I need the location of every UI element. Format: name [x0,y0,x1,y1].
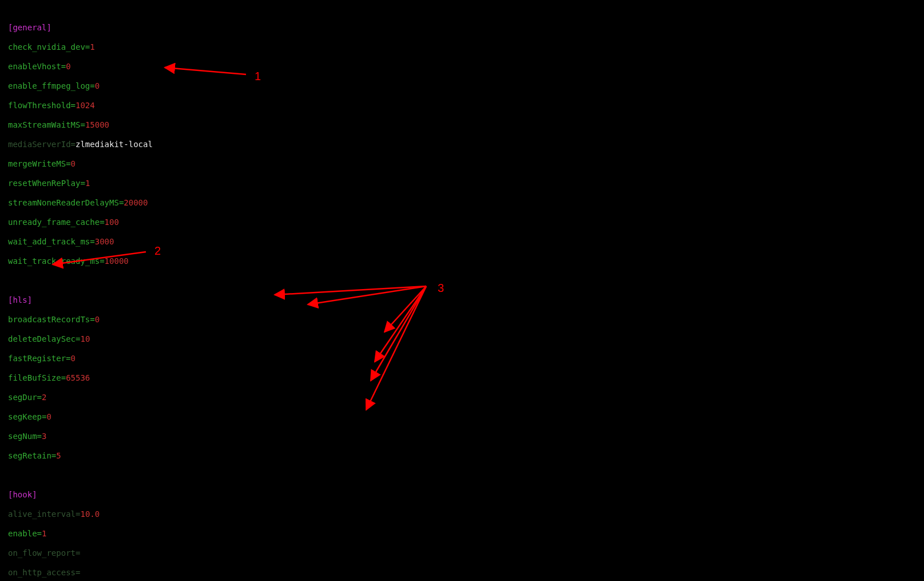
config-value: 10000 [105,256,129,266]
config-value: 3 [42,432,46,441]
config-key: enableVhost [8,62,61,71]
config-key: segDur [8,393,37,402]
annotation-arrow-3a [275,286,426,295]
config-value: 0 [71,354,76,363]
config-value: 0 [66,62,70,71]
config-key: mergeWriteMS [8,159,66,168]
config-value: 0 [71,159,76,168]
config-key: alive_interval [8,509,76,519]
config-key: flowThreshold [8,101,71,110]
config-key: deleteDelaySec [8,334,76,343]
config-key: segNum [8,432,37,441]
config-key: segRetain [8,451,51,460]
annotation-label-3: 3 [438,283,444,293]
config-value: 10 [80,334,90,343]
annotation-arrow-3c [384,286,426,332]
config-key: unready_frame_cache [8,218,100,227]
config-value: 1 [42,529,46,538]
config-key: segKeep [8,412,42,421]
config-key: enable [8,529,37,538]
config-value: 0 [95,81,100,90]
config-value: 1024 [76,101,95,110]
config-value: 1 [85,179,90,188]
config-key: mediaServerId [8,140,71,149]
config-key: wait_add_track_ms [8,237,90,246]
config-value: 3000 [95,237,114,246]
config-value: 10.0 [80,509,100,519]
config-value: 20000 [124,198,148,207]
config-key: maxStreamWaitMS [8,120,80,129]
config-value: 0 [46,412,51,421]
config-key: fastRegister [8,354,66,363]
config-value: 100 [105,218,119,227]
annotation-arrow-3f [366,286,426,410]
section-header-hook: [hook] [8,490,37,499]
config-value: 1 [90,42,94,52]
annotation-label-2: 2 [154,246,161,256]
config-key: fileBufSize [8,373,61,382]
config-key: on_flow_report [8,548,76,558]
config-value: 65536 [66,373,90,382]
section-header-general: [general] [8,23,51,32]
config-key: on_http_access [8,568,76,577]
config-key: streamNoneReaderDelayMS [8,198,119,207]
config-value: 15000 [85,120,109,129]
config-key: wait_track_ready_ms [8,256,100,266]
config-value: 5 [56,451,61,460]
config-value: 0 [95,315,100,324]
config-key: broadcastRecordTs [8,315,90,324]
terminal-config-view: [general] check_nvidia_dev=1 enableVhost… [0,0,924,581]
config-key: check_nvidia_dev [8,42,85,52]
annotation-label-1: 1 [255,72,261,81]
config-key: enable_ffmpeg_log [8,81,90,90]
config-value: zlmediakit-local [76,140,153,149]
config-key: resetWhenRePlay [8,179,80,188]
section-header-hls: [hls] [8,295,32,305]
config-value: 2 [42,393,46,402]
